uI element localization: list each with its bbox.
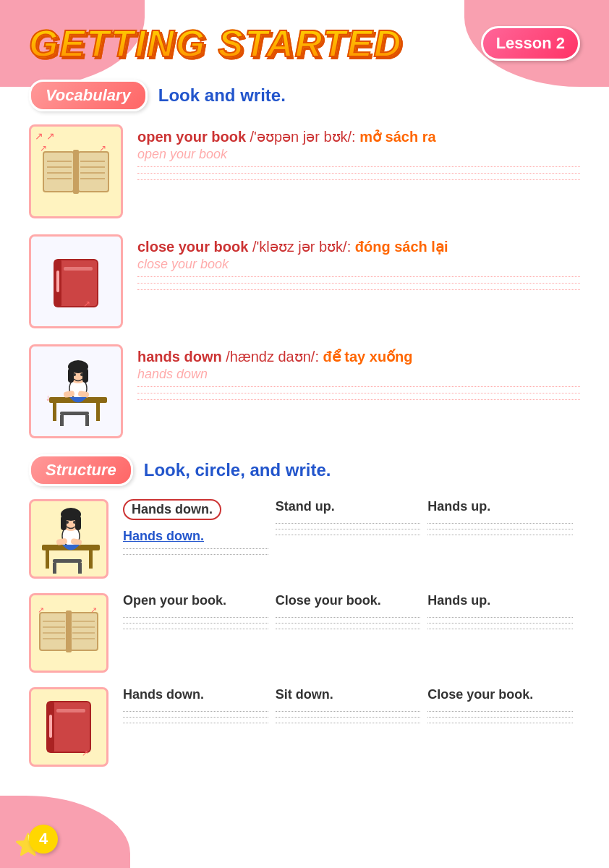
struct-image-closed-book: ↗ — [29, 687, 108, 767]
struct-dotted-line — [427, 623, 573, 624]
structure-header: Structure Look, circle, and write. — [29, 454, 580, 486]
student-desk-small-icon — [35, 501, 103, 577]
struct-option-2b: Close your book. — [276, 593, 428, 634]
vocab-item-2: ↗ close your book /'kləʊz jər bʊk/: đóng… — [29, 234, 580, 328]
struct-option-1b: Stand up. — [276, 499, 428, 560]
dotted-line — [137, 399, 580, 400]
vocabulary-section: Vocabulary Look and write. ↗ ↗ — [29, 80, 580, 438]
option-text: Close your book. — [276, 593, 421, 608]
struct-options-1: Hands down. Hands down. Stand up. Hands … — [123, 499, 580, 560]
struct-dotted-line — [427, 629, 573, 629]
dotted-line — [137, 173, 580, 174]
svg-rect-1 — [78, 152, 108, 192]
dotted-line — [137, 289, 580, 290]
writing-hint-2[interactable]: close your book — [137, 257, 580, 272]
structure-label: Structure — [29, 454, 133, 486]
svg-rect-0 — [43, 152, 74, 192]
lesson-badge: Lesson 2 — [481, 26, 580, 61]
svg-point-30 — [80, 373, 83, 376]
struct-options-3: Hands down. Sit down. Close your book. — [123, 687, 580, 728]
struct-dotted-line — [276, 523, 421, 524]
closed-book-small-icon: ↗ — [38, 694, 100, 760]
arrows-decoration: ↗ ↗ — [35, 130, 55, 142]
svg-text:↗: ↗ — [99, 143, 106, 153]
svg-point-45 — [66, 521, 69, 524]
vocab-phrase-1: open your book /'əʊpən jər bʊk/: mở sách… — [137, 128, 580, 145]
vocab-item-3: ↓ hands down /hændz daʊn/: để tay xuống … — [29, 344, 580, 438]
dotted-line — [137, 393, 580, 393]
struct-option-2c: Hands up. — [427, 593, 580, 634]
page-title: GETTING STARTED — [29, 22, 402, 65]
dotted-line — [137, 276, 580, 277]
structure-item-2: ↗ ↗ Open your book. Close your book. — [29, 593, 580, 673]
svg-rect-37 — [53, 559, 82, 563]
svg-rect-39 — [78, 563, 82, 574]
option-answer[interactable]: Hands down. — [123, 529, 268, 544]
vocab-image-student: ↓ — [29, 344, 123, 438]
struct-dotted-line — [276, 617, 421, 618]
writing-hint-3[interactable]: hands down — [137, 367, 580, 382]
closed-book-icon: ↗ — [43, 249, 108, 314]
struct-dotted-line — [427, 711, 573, 712]
option-text: Hands down. — [123, 687, 268, 702]
vocab-phrase-3: hands down /hændz daʊn/: để tay xuống — [137, 348, 580, 365]
option-text: Sit down. — [276, 687, 421, 702]
svg-rect-49 — [40, 613, 67, 650]
vocabulary-instruction: Look and write. — [158, 85, 286, 106]
struct-dotted-line — [427, 723, 573, 723]
vocab-phrase-2: close your book /'kləʊz jər bʊk/: đóng s… — [137, 238, 580, 255]
struct-dotted-line — [276, 629, 421, 629]
struct-dotted-line — [427, 717, 573, 718]
vocab-item-1: ↗ ↗ ↗ ↗ — [29, 124, 580, 218]
vocab-image-open-book: ↗ ↗ ↗ ↗ — [29, 124, 123, 218]
struct-options-2: Open your book. Close your book. Hands u… — [123, 593, 580, 634]
struct-dotted-line — [276, 529, 421, 529]
struct-dotted-line — [276, 723, 421, 723]
svg-rect-50 — [70, 613, 98, 650]
vocabulary-header: Vocabulary Look and write. — [29, 80, 580, 111]
svg-rect-28 — [82, 368, 88, 383]
svg-rect-15 — [56, 271, 59, 292]
page-header: GETTING STARTED Lesson 2 — [29, 14, 580, 65]
svg-point-29 — [73, 373, 76, 376]
translation-1: mở sách ra — [359, 129, 435, 145]
struct-dotted-line — [276, 717, 421, 718]
struct-dotted-line — [123, 711, 268, 712]
struct-dotted-line — [276, 711, 421, 712]
struct-option-3b: Sit down. — [276, 687, 428, 728]
svg-point-46 — [73, 521, 76, 524]
svg-text:↗: ↗ — [90, 605, 97, 614]
student-at-desk-icon: ↓ — [42, 354, 111, 430]
struct-dotted-line — [123, 617, 268, 618]
struct-image-student — [29, 499, 108, 579]
svg-text:↗: ↗ — [38, 605, 44, 614]
struct-image-open-book: ↗ ↗ — [29, 593, 108, 673]
svg-rect-38 — [53, 563, 56, 574]
option-text: Open your book. — [123, 593, 268, 608]
dotted-line — [137, 179, 580, 180]
struct-dotted-line — [427, 529, 573, 529]
struct-option-2a: Open your book. — [123, 593, 276, 634]
option-text: Close your book. — [427, 687, 573, 702]
structure-section: Structure Look, circle, and write. — [29, 454, 580, 767]
svg-rect-44 — [75, 516, 81, 530]
svg-rect-64 — [49, 715, 52, 738]
option-text: Stand up. — [276, 499, 421, 514]
option-text: Hands up. — [427, 499, 573, 514]
writing-hint-1[interactable]: open your book — [137, 147, 580, 162]
vocab-image-closed-book: ↗ — [29, 234, 123, 328]
page-number: 4 — [29, 825, 58, 854]
svg-rect-2 — [73, 150, 79, 194]
phonetic-2: /'kləʊz jər bʊk/: — [252, 239, 351, 255]
struct-dotted-line — [427, 617, 573, 618]
vocab-content-1: open your book /'əʊpən jər bʊk/: mở sách… — [137, 124, 580, 186]
vocab-content-3: hands down /hændz daʊn/: để tay xuống ha… — [137, 344, 580, 406]
svg-text:↗: ↗ — [83, 299, 90, 309]
svg-rect-36 — [89, 550, 93, 569]
svg-rect-23 — [85, 415, 89, 426]
phonetic-3: /hændz daʊn/: — [226, 349, 319, 365]
structure-item-3: ↗ Hands down. Sit down. — [29, 687, 580, 767]
svg-rect-19 — [53, 403, 56, 421]
struct-option-1a: Hands down. Hands down. — [123, 499, 276, 560]
structure-item-1: Hands down. Hands down. Stand up. Hands … — [29, 499, 580, 579]
